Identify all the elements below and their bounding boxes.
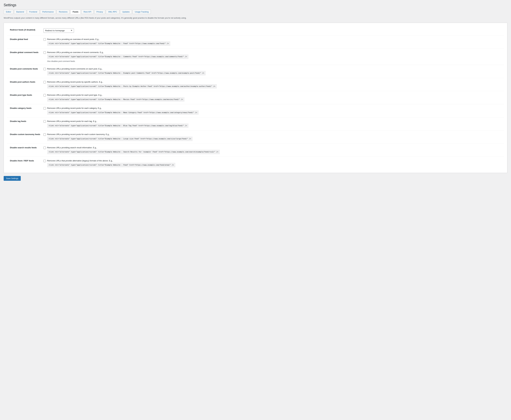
desc-wrapper-search-results-feeds: Removes URLs providing search result inf… xyxy=(47,146,220,154)
note-global-comment-feeds: Also disables post comment feeds. xyxy=(47,60,189,62)
code-example-tag-feeds: <link rel="alternate" type="application/… xyxy=(47,123,189,128)
label-tag-feeds: Disable tag feeds xyxy=(10,120,40,122)
label-global-feed: Disable global feed xyxy=(10,38,40,40)
description-post-type-feeds: Removes URLs providing recent posts for … xyxy=(47,94,102,96)
label-custom-taxonomy-feeds: Disable custom taxonomy feeds xyxy=(10,133,40,135)
label-atom-rdf-feeds: Disable Atom / RDF feeds xyxy=(10,159,40,162)
redirect-feeds-select[interactable]: Redirect to homepage404 page xyxy=(44,28,74,33)
code-example-post-type-feeds: <link rel="alternate" type="application/… xyxy=(47,97,184,102)
checkbox-row-custom-taxonomy-feeds: Removes URLs providing recent posts for … xyxy=(44,133,501,141)
checkbox-row-atom-rdf-feeds: Removes URLs that provide alternative (l… xyxy=(44,159,501,167)
settings-row-post-comments-feeds: Disable post comments feedsRemoves URLs … xyxy=(7,65,504,78)
checkbox-atom-rdf-feeds[interactable] xyxy=(44,160,46,162)
settings-row-category-feeds: Disable category feedsRemoves URLs provi… xyxy=(7,104,504,117)
tab-rest-api[interactable]: Rest API xyxy=(81,10,94,14)
page-title: Settings xyxy=(4,3,507,7)
settings-content: Redirect feeds (if disabled) Redirect to… xyxy=(4,23,507,173)
code-example-atom-rdf-feeds: <link rel="alternate" type="application/… xyxy=(47,163,175,167)
checkbox-row-search-results-feeds: Removes URLs providing search result inf… xyxy=(44,146,501,154)
checkbox-post-type-feeds[interactable] xyxy=(44,94,46,97)
tab-usage-tracking[interactable]: Usage Tracking xyxy=(132,10,151,14)
content-post-type-feeds: Removes URLs providing recent posts for … xyxy=(44,94,501,102)
desc-wrapper-post-type-feeds: Removes URLs providing recent posts for … xyxy=(47,94,184,102)
checkbox-custom-taxonomy-feeds[interactable] xyxy=(44,133,46,136)
label-post-type-feeds: Disable post type feeds xyxy=(10,94,40,96)
desc-wrapper-category-feeds: Removes URLs providing recent posts for … xyxy=(47,107,199,115)
checkbox-row-post-authors-feeds: Removes URLs providing recent posts by s… xyxy=(44,81,501,89)
tab-privacy[interactable]: Privacy xyxy=(94,10,105,14)
code-example-custom-taxonomy-feeds: <link rel="alternate" type="application/… xyxy=(47,136,193,141)
content-post-authors-feeds: Removes URLs providing recent posts by s… xyxy=(44,81,501,89)
desc-wrapper-post-authors-feeds: Removes URLs providing recent posts by s… xyxy=(47,81,217,89)
content-tag-feeds: Removes URLs providing recent posts for … xyxy=(44,120,501,128)
content-global-feed: Removes URLs providing an overview of re… xyxy=(44,38,501,46)
code-example-category-feeds: <link rel="alternate" type="application/… xyxy=(47,110,199,115)
description-post-comments-feeds: Removes URLs providing recent comments o… xyxy=(47,68,102,70)
content-global-comment-feeds: Removes URLs providing an overview of re… xyxy=(44,51,501,62)
settings-row-global-comment-feeds: Disable global comment feedsRemoves URLs… xyxy=(7,48,504,65)
tab-xml-rpc[interactable]: XML-RPC xyxy=(106,10,119,14)
desc-wrapper-atom-rdf-feeds: Removes URLs that provide alternative (l… xyxy=(47,159,175,167)
settings-rows: Disable global feedRemoves URLs providin… xyxy=(7,35,504,170)
content-atom-rdf-feeds: Removes URLs that provide alternative (l… xyxy=(44,159,501,167)
settings-row-global-feed: Disable global feedRemoves URLs providin… xyxy=(7,35,504,48)
label-global-comment-feeds: Disable global comment feeds xyxy=(10,51,40,53)
desc-wrapper-post-comments-feeds: Removes URLs providing recent comments o… xyxy=(47,67,206,75)
checkbox-post-authors-feeds[interactable] xyxy=(44,81,46,83)
checkbox-row-tag-feeds: Removes URLs providing recent posts for … xyxy=(44,120,501,128)
checkbox-row-global-feed: Removes URLs providing an overview of re… xyxy=(44,38,501,46)
desc-wrapper-custom-taxonomy-feeds: Removes URLs providing recent posts for … xyxy=(47,133,193,141)
desc-wrapper-global-comment-feeds: Removes URLs providing an overview of re… xyxy=(47,51,189,62)
settings-row-atom-rdf-feeds: Disable Atom / RDF feedsRemoves URLs tha… xyxy=(7,157,504,170)
description-custom-taxonomy-feeds: Removes URLs providing recent posts for … xyxy=(47,133,110,135)
code-example-global-comment-feeds: <link rel="alternate" type="application/… xyxy=(47,54,189,59)
checkbox-row-category-feeds: Removes URLs providing recent posts for … xyxy=(44,107,501,115)
label-search-results-feeds: Disable search results feeds xyxy=(10,146,40,149)
checkbox-post-comments-feeds[interactable] xyxy=(44,68,46,70)
checkbox-category-feeds[interactable] xyxy=(44,107,46,110)
code-example-global-feed: <link rel="alternate" type="application/… xyxy=(47,41,170,46)
content-search-results-feeds: Removes URLs providing search result inf… xyxy=(44,146,501,154)
tabs-container: EditorBackendFrontendPerformanceRevision… xyxy=(4,10,507,14)
description-atom-rdf-feeds: Removes URLs that provide alternative (l… xyxy=(47,160,113,162)
redirect-feeds-row: Redirect feeds (if disabled) Redirect to… xyxy=(7,26,504,35)
tab-performance[interactable]: Performance xyxy=(40,10,56,14)
page-description: WordPress outputs your content in many d… xyxy=(4,16,507,20)
settings-row-post-type-feeds: Disable post type feedsRemoves URLs prov… xyxy=(7,91,504,104)
code-example-post-comments-feeds: <link rel="alternate" type="application/… xyxy=(47,71,206,75)
save-settings-button[interactable]: Save Settings xyxy=(4,176,21,181)
settings-row-post-authors-feeds: Disable post authors feedsRemoves URLs p… xyxy=(7,78,504,91)
checkbox-row-post-type-feeds: Removes URLs providing recent posts for … xyxy=(44,94,501,102)
description-global-feed: Removes URLs providing an overview of re… xyxy=(47,38,99,40)
label-post-comments-feeds: Disable post comments feeds xyxy=(10,67,40,70)
tab-backend[interactable]: Backend xyxy=(14,10,26,14)
content-post-comments-feeds: Removes URLs providing recent comments o… xyxy=(44,67,501,75)
redirect-feeds-label: Redirect feeds (if disabled) xyxy=(10,28,40,31)
checkbox-row-global-comment-feeds: Removes URLs providing an overview of re… xyxy=(44,51,501,62)
desc-wrapper-global-feed: Removes URLs providing an overview of re… xyxy=(47,38,170,46)
label-category-feeds: Disable category feeds xyxy=(10,107,40,109)
settings-row-tag-feeds: Disable tag feedsRemoves URLs providing … xyxy=(7,117,504,130)
checkbox-global-feed[interactable] xyxy=(44,38,46,41)
tab-revisions[interactable]: Revisions xyxy=(57,10,70,14)
checkbox-tag-feeds[interactable] xyxy=(44,120,46,123)
tab-editor[interactable]: Editor xyxy=(4,10,13,14)
description-post-authors-feeds: Removes URLs providing recent posts by s… xyxy=(47,81,103,83)
description-search-results-feeds: Removes URLs providing search result inf… xyxy=(47,146,97,149)
settings-row-search-results-feeds: Disable search results feedsRemoves URLs… xyxy=(7,144,504,157)
checkbox-search-results-feeds[interactable] xyxy=(44,147,46,149)
checkbox-global-comment-feeds[interactable] xyxy=(44,51,46,54)
description-global-comment-feeds: Removes URLs providing an overview of re… xyxy=(47,51,104,53)
content-custom-taxonomy-feeds: Removes URLs providing recent posts for … xyxy=(44,133,501,141)
description-category-feeds: Removes URLs providing recent posts for … xyxy=(47,107,102,109)
settings-row-custom-taxonomy-feeds: Disable custom taxonomy feedsRemoves URL… xyxy=(7,130,504,143)
code-example-search-results-feeds: <link rel="alternate" type="application/… xyxy=(47,150,220,154)
redirect-feeds-content: Redirect to homepage404 page xyxy=(44,28,501,33)
label-post-authors-feeds: Disable post authors feeds xyxy=(10,81,40,83)
tab-updates[interactable]: Updates xyxy=(120,10,132,14)
tab-frontend[interactable]: Frontend xyxy=(27,10,39,14)
tab-feeds[interactable]: Feeds xyxy=(70,10,81,14)
content-category-feeds: Removes URLs providing recent posts for … xyxy=(44,107,501,115)
description-tag-feeds: Removes URLs providing recent posts for … xyxy=(47,120,97,122)
checkbox-row-post-comments-feeds: Removes URLs providing recent comments o… xyxy=(44,67,501,75)
